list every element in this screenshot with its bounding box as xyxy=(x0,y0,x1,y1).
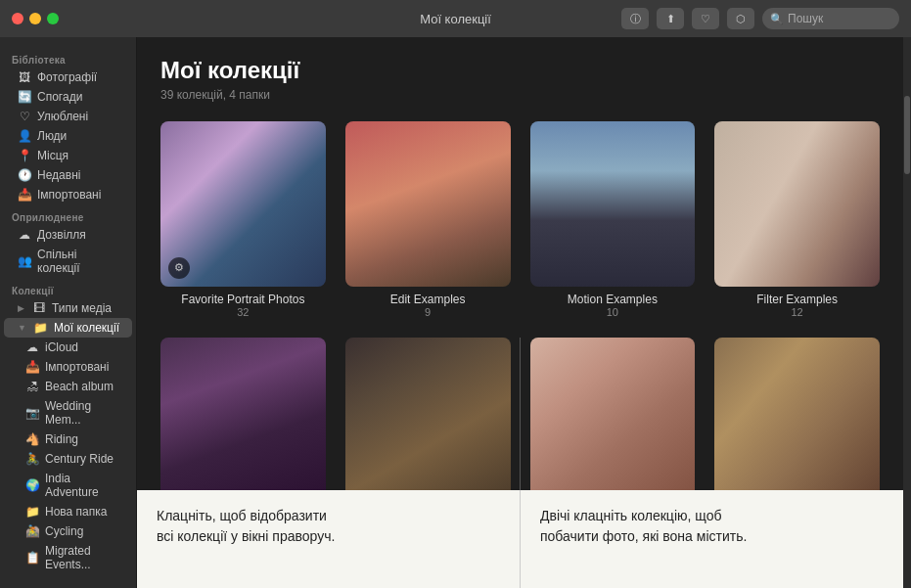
collection-thumb-edit xyxy=(345,121,511,287)
collection-item-motion[interactable]: Motion Examples 10 xyxy=(530,121,696,318)
riding-icon: 🐴 xyxy=(25,432,39,446)
collection-thumb-morocco xyxy=(345,338,511,490)
sidebar-item-india[interactable]: 🌍 India Adventure xyxy=(4,469,132,502)
sidebar-item-my-collections-label: Мої колекції xyxy=(54,321,119,335)
traffic-lights xyxy=(12,13,59,24)
icloud-icon: ☁ xyxy=(25,340,39,354)
sidebar-item-riding-label: Riding xyxy=(45,432,78,446)
shared-collections-icon: 👥 xyxy=(18,254,31,268)
chevron-down-icon: ▼ xyxy=(18,323,26,333)
collection-item-raven[interactable]: Raven HOA 4 xyxy=(530,338,696,490)
collection-name-portrait: Favorite Portrait Photos xyxy=(181,293,304,306)
sidebar-item-wedding[interactable]: 📷 Wedding Mem... xyxy=(4,396,132,430)
sidebar-item-icloud[interactable]: ☁ iCloud xyxy=(4,338,132,357)
sidebar-item-riding[interactable]: 🐴 Riding xyxy=(4,430,132,449)
collection-item-friends[interactable]: Four-legged Friends 38 xyxy=(714,338,880,490)
sidebar-item-favorites[interactable]: ♡ Улюблені xyxy=(4,107,132,126)
favorites-icon: ♡ xyxy=(18,110,31,123)
chevron-right-icon: ▶ xyxy=(18,303,24,313)
sidebar-item-memories-label: Спогади xyxy=(37,90,82,104)
annotation-right: Двічі клацніть колекцію, щобпобачити фот… xyxy=(521,490,903,588)
close-button[interactable] xyxy=(12,13,23,24)
sidebar-item-imported[interactable]: 📥 Імпортовані xyxy=(4,185,132,204)
main-area: Бібліотека 🖼 Фотографії 🔄 Спогади ♡ Улюб… xyxy=(0,37,911,588)
collection-count-edit: 9 xyxy=(425,306,431,318)
sidebar-item-shared-collections-label: Спільні колекції xyxy=(37,248,120,275)
scrollbar[interactable] xyxy=(903,37,911,588)
info-button[interactable]: ⓘ xyxy=(621,8,649,29)
migrated-icon: 📋 xyxy=(25,551,39,565)
collection-thumb-motion xyxy=(530,121,696,287)
sidebar-item-wedding-label: Wedding Mem... xyxy=(45,399,120,427)
scrollbar-thumb[interactable] xyxy=(904,96,910,174)
photos-icon: 🖼 xyxy=(18,70,31,84)
sidebar-item-new-folder-label: Нова папка xyxy=(45,505,107,519)
sidebar-item-people[interactable]: 👤 Люди xyxy=(4,126,132,146)
share-button[interactable]: ⬡ xyxy=(727,8,754,29)
sidebar-item-migrated-label: Migrated Events... xyxy=(45,544,120,571)
sidebar-item-recent[interactable]: 🕐 Недавні xyxy=(4,165,132,185)
sidebar-item-cycling-label: Cycling xyxy=(45,524,83,538)
sidebar-item-cycling[interactable]: 🚵 Cycling xyxy=(4,521,132,541)
annotation-left: Клацніть, щоб відобразитивсі колекції у … xyxy=(137,490,521,588)
collection-thumb-filter xyxy=(714,121,880,287)
sidebar-item-favorites-label: Улюблені xyxy=(37,110,88,123)
search-icon: 🔍 xyxy=(770,13,784,25)
india-icon: 🌍 xyxy=(25,478,39,492)
sidebar-item-recent-label: Недавні xyxy=(37,168,80,182)
collection-name-filter: Filter Examples xyxy=(756,293,838,306)
collection-count-portrait: 32 xyxy=(237,306,249,318)
sidebar-item-places[interactable]: 📍 Місця xyxy=(4,146,132,165)
sidebar-item-imported2[interactable]: 📥 Імпортовані xyxy=(4,357,132,377)
recent-icon: 🕐 xyxy=(18,168,31,182)
people-icon: 👤 xyxy=(18,129,31,143)
settings-icon[interactable]: ⚙ xyxy=(168,257,190,279)
new-folder-icon: 📁 xyxy=(25,505,39,519)
collection-item-edit[interactable]: Edit Examples 9 xyxy=(345,121,511,318)
titlebar: Мої колекції ⓘ ⬆ ♡ ⬡ 🔍 Пошук xyxy=(0,0,911,37)
fullscreen-button[interactable] xyxy=(47,13,59,24)
collection-item-portugal[interactable]: Portugal 71 xyxy=(160,338,326,490)
toolbar-right: ⓘ ⬆ ♡ ⬡ 🔍 Пошук xyxy=(621,8,899,29)
upload-button[interactable]: ⬆ xyxy=(657,8,684,29)
century-icon: 🚴 xyxy=(25,452,39,466)
collection-item-morocco[interactable]: Morocco 32 xyxy=(345,338,511,490)
memories-icon: 🔄 xyxy=(18,90,31,104)
cycling-icon: 🚵 xyxy=(25,524,39,538)
sidebar-item-photos[interactable]: 🖼 Фотографії xyxy=(4,68,132,87)
sidebar-item-shared-collections[interactable]: 👥 Спільні колекції xyxy=(4,245,132,278)
library-section-label: Бібліотека xyxy=(0,47,136,68)
sidebar-item-people-label: Люди xyxy=(37,129,67,143)
collection-item-filter[interactable]: Filter Examples 12 xyxy=(714,121,880,318)
search-box[interactable]: 🔍 Пошук xyxy=(762,8,899,29)
sidebar-item-imported2-label: Імпортовані xyxy=(45,360,109,374)
wedding-icon: 📷 xyxy=(25,406,39,420)
sidebar-item-new-folder[interactable]: 📁 Нова папка xyxy=(4,502,132,521)
content-area: Мої колекції 39 колекцій, 4 папки ⚙ Favo… xyxy=(137,37,903,490)
sidebar-item-places-label: Місця xyxy=(37,149,68,162)
sidebar-item-beach[interactable]: 🏖 Beach album xyxy=(4,377,132,396)
places-icon: 📍 xyxy=(18,149,31,162)
imported2-icon: 📥 xyxy=(25,360,39,374)
cloud-icon: ☁ xyxy=(18,228,31,242)
collection-thumb-friends xyxy=(714,338,880,490)
sidebar-item-migrated[interactable]: 📋 Migrated Events... xyxy=(4,541,132,574)
sidebar-item-shared-label: Дозвілля xyxy=(37,228,86,242)
sidebar-item-memories[interactable]: 🔄 Спогади xyxy=(4,87,132,107)
beach-icon: 🏖 xyxy=(25,380,39,393)
collection-item-portrait[interactable]: ⚙ Favorite Portrait Photos 32 xyxy=(160,121,326,318)
minimize-button[interactable] xyxy=(29,13,41,24)
sidebar-item-century[interactable]: 🚴 Century Ride xyxy=(4,449,132,469)
collection-thumb-portrait: ⚙ xyxy=(160,121,326,287)
heart-button[interactable]: ♡ xyxy=(692,8,719,29)
collection-thumb-raven xyxy=(530,338,696,490)
sidebar-item-my-collections[interactable]: ▼ 📁 Мої колекції xyxy=(4,318,132,338)
search-placeholder: Пошук xyxy=(788,12,823,25)
sidebar-item-shared[interactable]: ☁ Дозвілля xyxy=(4,225,132,245)
shared-section-label: Оприлюднене xyxy=(0,204,136,225)
annotation-left-text: Клацніть, щоб відобразитивсі колекції у … xyxy=(157,506,500,547)
sidebar-item-media-types[interactable]: ▶ 🎞 Типи медіа xyxy=(4,298,132,318)
sidebar-item-beach-label: Beach album xyxy=(45,380,114,393)
imported-icon: 📥 xyxy=(18,188,31,202)
collection-thumb-portugal xyxy=(160,338,326,490)
